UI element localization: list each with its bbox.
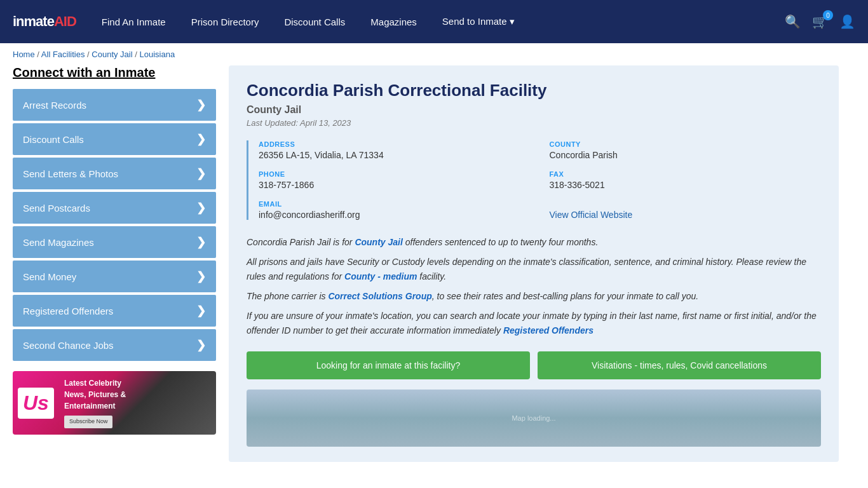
sidebar-item-second-chance-jobs[interactable]: Second Chance Jobs ❯ [13, 329, 216, 361]
cart-icon[interactable]: 🛒 0 [812, 14, 828, 29]
address-label: ADDRESS [259, 140, 531, 148]
facility-desc3: The phone carrier is Correct Solutions G… [247, 289, 821, 304]
search-icon[interactable]: 🔍 [785, 14, 801, 29]
logo[interactable]: inmateAID [13, 13, 76, 30]
registered-offenders-link[interactable]: Registered Offenders [503, 325, 593, 336]
chevron-right-icon: ❯ [196, 201, 206, 215]
user-icon[interactable]: 👤 [839, 14, 855, 29]
nav-discount-calls[interactable]: Discount Calls [284, 17, 345, 27]
sidebar: Connect with an Inmate Arrest Records ❯ … [13, 65, 216, 462]
sidebar-title: Connect with an Inmate [13, 65, 216, 80]
sidebar-item-label: Send Letters & Photos [23, 168, 118, 179]
sidebar-item-send-postcards[interactable]: Send Postcards ❯ [13, 192, 216, 224]
sidebar-item-label: Arrest Records [23, 100, 86, 111]
address-value: 26356 LA-15, Vidalia, LA 71334 [259, 150, 531, 160]
breadcrumb-home[interactable]: Home [13, 50, 35, 59]
map-area: Map loading... [247, 390, 821, 447]
cart-badge: 0 [823, 10, 833, 20]
last-updated: Last Updated: April 13, 2023 [247, 118, 821, 128]
sidebar-item-label: Send Magazines [23, 237, 94, 248]
email-value: info@concordiasheriff.org [259, 210, 531, 220]
map-placeholder-text: Map loading... [512, 414, 555, 422]
chevron-right-icon: ❯ [196, 235, 206, 249]
nav-magazines[interactable]: Magazines [370, 17, 417, 27]
facility-content: Concordia Parish Correctional Facility C… [229, 65, 839, 462]
chevron-right-icon: ❯ [196, 98, 206, 112]
breadcrumb: Home / All Facilities / County Jail / Lo… [0, 43, 868, 65]
header: inmateAID Find An Inmate Prison Director… [0, 0, 868, 43]
breadcrumb-all-facilities[interactable]: All Facilities [41, 50, 85, 59]
chevron-right-icon: ❯ [196, 304, 206, 318]
facility-desc1: Concordia Parish Jail is for County Jail… [247, 235, 821, 250]
sidebar-item-label: Send Postcards [23, 203, 90, 214]
address-block: ADDRESS 26356 LA-15, Vidalia, LA 71334 [259, 140, 531, 160]
logo-text: inmateAID [13, 13, 76, 30]
nav-send-to-inmate[interactable]: Send to Inmate ▾ [442, 16, 515, 27]
county-block: COUNTY Concordia Parish [550, 140, 822, 160]
main-layout: Connect with an Inmate Arrest Records ❯ … [0, 65, 851, 475]
visitations-button[interactable]: Visitations - times, rules, Covid cancel… [538, 351, 821, 379]
header-icons: 🔍 🛒 0 👤 [785, 14, 855, 29]
find-inmate-button[interactable]: Looking for an inmate at this facility? [247, 351, 530, 379]
county-label: COUNTY [550, 140, 822, 148]
sidebar-item-label: Registered Offenders [23, 306, 113, 316]
chevron-right-icon: ❯ [196, 269, 206, 283]
sidebar-item-label: Send Money [23, 271, 76, 282]
main-nav: Find An Inmate Prison Directory Discount… [102, 16, 766, 27]
chevron-right-icon: ❯ [196, 132, 206, 146]
sidebar-item-label: Discount Calls [23, 134, 84, 145]
phone-block: PHONE 318-757-1866 [259, 170, 531, 190]
action-buttons: Looking for an inmate at this facility? … [247, 351, 821, 379]
ad-text: Latest CelebrityNews, Pictures &Entertai… [59, 372, 131, 433]
breadcrumb-state[interactable]: Louisiana [139, 50, 175, 59]
phone-label: PHONE [259, 170, 531, 178]
facility-info-grid: ADDRESS 26356 LA-15, Vidalia, LA 71334 C… [247, 140, 821, 220]
facility-type: County Jail [247, 104, 821, 116]
sidebar-item-send-letters[interactable]: Send Letters & Photos ❯ [13, 158, 216, 189]
sidebar-item-send-money[interactable]: Send Money ❯ [13, 261, 216, 292]
view-website-link[interactable]: View Official Website [550, 210, 633, 220]
ad-logo: Us [23, 391, 49, 414]
facility-title: Concordia Parish Correctional Facility [247, 81, 821, 100]
facility-desc4: If you are unsure of your inmate's locat… [247, 309, 821, 338]
sidebar-item-arrest-records[interactable]: Arrest Records ❯ [13, 89, 216, 121]
chevron-right-icon: ❯ [196, 166, 206, 180]
sidebar-item-send-magazines[interactable]: Send Magazines ❯ [13, 226, 216, 258]
sidebar-item-discount-calls[interactable]: Discount Calls ❯ [13, 123, 216, 155]
advertisement[interactable]: Us Latest CelebrityNews, Pictures &Enter… [13, 371, 216, 435]
sidebar-item-registered-offenders[interactable]: Registered Offenders ❯ [13, 295, 216, 327]
fax-label: FAX [550, 170, 822, 178]
sidebar-menu: Arrest Records ❯ Discount Calls ❯ Send L… [13, 89, 216, 361]
email-label: EMAIL [259, 200, 531, 208]
facility-desc2: All prisons and jails have Security or C… [247, 255, 821, 284]
county-medium-link[interactable]: County - medium [344, 271, 417, 281]
sidebar-item-label: Second Chance Jobs [23, 340, 114, 351]
nav-find-inmate[interactable]: Find An Inmate [102, 17, 166, 27]
nav-prison-directory[interactable]: Prison Directory [191, 17, 259, 27]
county-jail-link1[interactable]: County Jail [355, 237, 402, 247]
chevron-right-icon: ❯ [196, 338, 206, 352]
phone-value: 318-757-1866 [259, 180, 531, 190]
website-block: View Official Website [550, 200, 822, 220]
correct-solutions-link[interactable]: Correct Solutions Group [328, 291, 431, 301]
breadcrumb-county-jail[interactable]: County Jail [92, 50, 132, 59]
county-value: Concordia Parish [550, 150, 822, 160]
fax-block: FAX 318-336-5021 [550, 170, 822, 190]
email-block: EMAIL info@concordiasheriff.org [259, 200, 531, 220]
fax-value: 318-336-5021 [550, 180, 822, 190]
